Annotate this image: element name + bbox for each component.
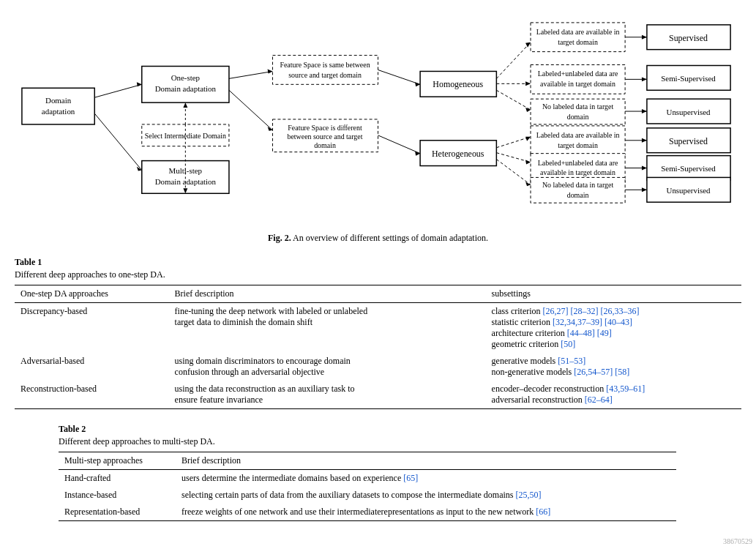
description-cell: fine-tuning the deep network with labele… [169, 303, 486, 354]
svg-marker-16 [268, 69, 273, 73]
table1-col1-header: One-step DA approaches [15, 285, 169, 303]
table2-title: Table 2 [59, 424, 676, 435]
link[interactable]: [65] [403, 473, 418, 483]
table1-col3-header: subsettings [486, 285, 741, 303]
svg-marker-75 [642, 187, 647, 192]
svg-text:Unsupervised: Unsupervised [667, 108, 711, 116]
table2-col2-header: Brief description [176, 452, 676, 470]
svg-line-28 [378, 135, 421, 154]
svg-text:Labeled data are available in: Labeled data are available in [536, 28, 620, 36]
svg-text:Semi-Supervised: Semi-Supervised [661, 164, 716, 173]
svg-marker-41 [525, 137, 531, 141]
svg-text:domain: domain [567, 113, 589, 121]
svg-text:Labeled+unlabeled data are: Labeled+unlabeled data are [538, 159, 618, 167]
table1-col2-header: Brief description [169, 285, 486, 303]
svg-text:Feature Space is different: Feature Space is different [288, 124, 362, 132]
subsettings-cell: generative models [51–53] non-generative… [486, 353, 741, 381]
svg-line-5 [94, 113, 142, 170]
fig-caption-text: An overview of different settings of dom… [293, 233, 488, 243]
approach-cell: Instance-based [59, 487, 176, 504]
link[interactable]: [43,59–61] [606, 384, 645, 394]
svg-text:available in target domain: available in target domain [540, 80, 615, 88]
svg-text:Labeled data are available in: Labeled data are available in [536, 131, 620, 139]
svg-text:Domain adaptation: Domain adaptation [155, 84, 217, 93]
svg-marker-35 [525, 42, 531, 48]
svg-text:Homogeneous: Homogeneous [433, 79, 483, 89]
table2-subtitle: Different deep approaches to multi-step … [59, 436, 676, 447]
svg-marker-43 [525, 160, 531, 165]
svg-text:Semi-Supervised: Semi-Supervised [661, 74, 716, 83]
approach-cell: Hand-crafted [59, 470, 176, 488]
subsettings-cell: encoder–decoder reconstruction [43,59–61… [486, 381, 741, 409]
link[interactable]: [40–43] [605, 317, 632, 327]
table-row: Hand-crafted users determine the interme… [59, 470, 676, 488]
svg-marker-69 [642, 109, 647, 113]
link[interactable]: [62–64] [585, 395, 613, 405]
svg-marker-4 [137, 82, 142, 86]
approach-cell: Representation-based [59, 504, 176, 521]
link[interactable]: [49] [597, 328, 612, 338]
description-cell: selecting certain parts of data from the… [176, 487, 676, 504]
svg-marker-71 [642, 138, 647, 143]
svg-text:target domain: target domain [558, 38, 598, 46]
table-row: Discrepancy-based fine-tuning the deep n… [15, 303, 741, 354]
link[interactable]: [32,34,37–39] [553, 317, 602, 327]
table-row: Adversarial-based using domain discrimin… [15, 353, 741, 381]
svg-text:domain: domain [567, 191, 589, 199]
svg-line-15 [229, 71, 273, 78]
svg-text:Supervised: Supervised [669, 33, 708, 43]
svg-text:Unsupervised: Unsupervised [667, 186, 711, 195]
link[interactable]: [50] [561, 339, 575, 349]
svg-line-38 [496, 90, 531, 110]
svg-rect-19 [273, 56, 378, 85]
table2-col1-header: Multi-step approaches [59, 452, 176, 470]
description-cell: freeze weights of one network and use th… [176, 504, 676, 521]
link[interactable]: [26,54–57] [574, 367, 613, 377]
link[interactable]: [26,27] [543, 306, 569, 316]
table-row: Reconstruction-based using the data reco… [15, 381, 741, 409]
table1: One-step DA approaches Brief description… [15, 285, 741, 409]
svg-text:adaptation: adaptation [42, 107, 75, 116]
svg-marker-65 [642, 35, 647, 40]
svg-marker-27 [415, 82, 420, 86]
approach-cell: Discrepancy-based [15, 303, 169, 354]
svg-line-42 [496, 153, 531, 163]
svg-text:Supervised: Supervised [669, 136, 708, 146]
table-row: Representation-based freeze weights of o… [59, 504, 676, 521]
svg-line-26 [378, 70, 421, 84]
svg-line-40 [496, 137, 531, 148]
svg-text:Domain: Domain [45, 96, 72, 105]
svg-text:available in target domain: available in target domain [540, 168, 615, 176]
svg-marker-73 [642, 166, 647, 171]
svg-marker-91 [183, 102, 187, 108]
svg-marker-18 [268, 127, 273, 131]
diagram-svg: Domain adaptation One-step Domain adapta… [15, 7, 741, 227]
svg-text:Feature Space is same between: Feature Space is same between [280, 61, 370, 69]
table2: Multi-step approaches Brief description … [59, 452, 676, 521]
link[interactable]: [66] [536, 507, 550, 517]
fig-caption: Fig. 2. An overview of different setting… [15, 233, 741, 244]
svg-text:Heterogeneous: Heterogeneous [432, 149, 484, 159]
table1-section: Table 1 Different deep approaches to one… [15, 257, 741, 409]
svg-marker-29 [415, 152, 420, 156]
svg-text:No labeled data in target: No labeled data in target [542, 181, 613, 189]
link[interactable]: [58] [615, 367, 629, 377]
description-cell: using the data reconstruction as an auxi… [169, 381, 486, 409]
svg-text:One-step: One-step [171, 73, 201, 82]
svg-line-17 [229, 90, 273, 130]
link[interactable]: [51–53] [558, 356, 585, 366]
svg-marker-37 [525, 81, 531, 86]
approach-cell: Reconstruction-based [15, 381, 169, 409]
svg-marker-67 [642, 77, 647, 81]
svg-line-44 [496, 160, 531, 185]
table2-section: Table 2 Different deep approaches to mul… [59, 424, 676, 521]
svg-text:source and target domain: source and target domain [288, 71, 362, 79]
svg-text:No labeled data in target: No labeled data in target [542, 102, 613, 111]
diagram-section: Domain adaptation One-step Domain adapta… [15, 7, 741, 227]
link[interactable]: [26,33–36] [601, 306, 640, 316]
link[interactable]: [28–32] [571, 306, 599, 316]
svg-text:between source and target: between source and target [288, 132, 363, 141]
link[interactable]: [44–48] [567, 328, 595, 338]
link[interactable]: [25,50] [516, 490, 542, 500]
description-cell: using domain discriminators to encourage… [169, 353, 486, 381]
